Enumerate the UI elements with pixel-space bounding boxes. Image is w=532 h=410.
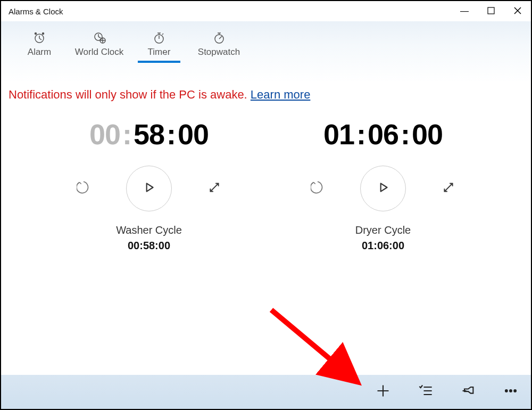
timer-minutes: 58 [134,118,164,150]
timer-controls [35,166,263,211]
command-bar [1,375,531,409]
expand-button[interactable] [204,178,225,199]
tab-timer-label: Timer [148,47,171,58]
timer-card-dryer: 01:06:00 Dryer Cycle 01:06:00 [269,118,497,252]
timers-container: 00:58:00 Washer Cycle 00:58:00 [1,107,531,252]
plus-icon [376,383,390,400]
alarm-icon [31,31,48,45]
timer-sub-display: 00:58:00 [35,240,263,252]
play-icon [142,181,156,196]
tab-alarm[interactable]: Alarm [13,31,66,63]
maximize-icon [487,7,495,16]
timer-hours: 00 [89,118,120,150]
close-icon [513,6,522,17]
more-button[interactable] [495,379,527,405]
svg-point-9 [510,390,512,392]
title-bar: Alarms & Clock — [1,1,531,21]
play-icon [376,181,390,196]
checklist-icon [418,383,433,400]
window-controls: — [451,1,531,21]
svg-rect-0 [488,7,494,14]
expand-button[interactable] [438,178,459,199]
select-timers-button[interactable] [410,379,442,405]
svg-line-11 [271,310,350,375]
tab-stopwatch[interactable]: Stopwatch [186,31,252,63]
tab-world-clock[interactable]: World Clock [66,31,132,63]
minimize-icon: — [460,7,469,15]
add-timer-button[interactable] [367,379,399,405]
window-title: Alarms & Clock [9,7,63,16]
world-clock-icon [91,31,108,45]
svg-point-2 [35,33,37,35]
reset-button[interactable] [73,178,94,199]
pin-button[interactable] [452,379,484,405]
tab-strip-area: Alarm World Clock Timer [1,21,531,83]
tab-world-clock-label: World Clock [75,47,123,58]
tab-strip: Alarm World Clock Timer [1,21,531,63]
timer-hours: 01 [323,118,354,150]
stopwatch-icon [211,31,228,45]
play-button[interactable] [360,166,406,211]
learn-more-link[interactable]: Learn more [251,88,311,101]
timer-seconds: 00 [412,118,443,150]
timer-icon [151,31,168,45]
timer-seconds: 00 [178,118,209,150]
svg-point-8 [505,390,508,392]
maximize-button[interactable] [478,1,504,21]
timer-name: Washer Cycle [35,224,263,236]
svg-point-3 [43,33,44,35]
reset-icon [77,181,90,196]
timer-large-display: 00:58:00 [35,118,263,151]
more-icon [503,383,518,400]
tab-stopwatch-label: Stopwatch [198,47,240,58]
notification-text: Notifications will only show if the PC i… [9,88,251,101]
expand-icon [442,181,455,196]
notification-bar: Notifications will only show if the PC i… [1,83,531,107]
tab-alarm-label: Alarm [28,47,51,58]
expand-icon [207,181,221,196]
tab-timer[interactable]: Timer [132,31,186,63]
pin-icon [461,383,476,400]
svg-point-10 [514,390,517,392]
play-button[interactable] [126,166,172,211]
reset-button[interactable] [307,178,328,199]
timer-name: Dryer Cycle [269,224,497,236]
timer-controls [269,166,497,211]
timer-card-washer: 00:58:00 Washer Cycle 00:58:00 [35,118,263,252]
close-button[interactable] [504,1,531,21]
minimize-button[interactable]: — [451,1,478,21]
reset-icon [311,181,325,196]
timer-minutes: 06 [368,118,398,150]
timer-large-display: 01:06:00 [269,118,497,151]
timer-sub-display: 01:06:00 [269,240,497,252]
